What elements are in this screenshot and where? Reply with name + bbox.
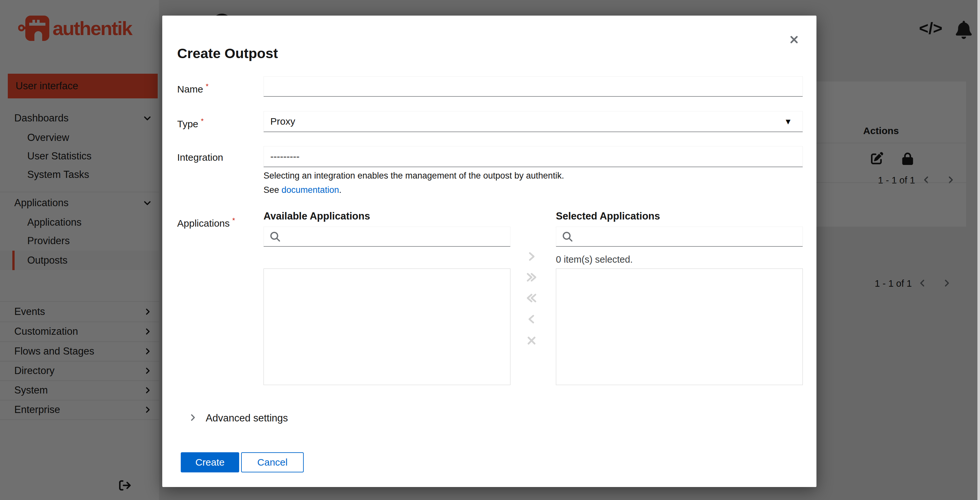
type-field-label: Type* — [177, 117, 204, 129]
caret-down-icon: ▼ — [784, 117, 792, 126]
add-all-icon[interactable] — [524, 272, 539, 282]
type-select[interactable]: Proxy ▼ — [264, 111, 803, 132]
create-button[interactable]: Create — [181, 452, 239, 472]
type-select-value: Proxy — [270, 116, 295, 127]
applications-field-label: Applications* — [177, 216, 235, 229]
documentation-link[interactable]: documentation — [282, 185, 339, 195]
available-applications-listbox[interactable] — [264, 269, 511, 385]
selected-search-input[interactable] — [556, 227, 803, 247]
search-icon — [563, 232, 573, 242]
integration-select-value: --------- — [270, 151, 299, 162]
advanced-settings-toggle[interactable]: Advanced settings — [206, 412, 288, 424]
name-input[interactable] — [264, 76, 803, 97]
search-icon — [270, 232, 280, 242]
integration-help-line2: See documentation. — [264, 185, 341, 195]
add-selected-icon[interactable] — [527, 251, 537, 262]
name-field-label: Name* — [177, 82, 208, 95]
page-scrollbar[interactable] — [977, 0, 980, 500]
integration-field-label: Integration — [177, 152, 223, 163]
cancel-button[interactable]: Cancel — [241, 452, 304, 472]
remove-selected-icon[interactable] — [527, 314, 537, 324]
selected-applications-listbox[interactable] — [556, 269, 803, 385]
remove-all-icon[interactable] — [524, 293, 539, 303]
available-applications-title: Available Applications — [264, 210, 370, 222]
close-icon[interactable] — [786, 32, 802, 48]
required-marker: * — [201, 117, 204, 125]
available-search-input[interactable] — [264, 227, 511, 247]
clear-selection-icon[interactable] — [527, 335, 537, 346]
required-marker: * — [206, 82, 208, 90]
create-outpost-modal: Create Outpost Name* Type* Proxy ▼ Integ… — [162, 16, 816, 487]
integration-help-text: Selecting an integration enables the man… — [264, 171, 564, 181]
advanced-settings-chevron-icon[interactable] — [188, 413, 197, 422]
integration-select[interactable]: --------- — [264, 146, 803, 167]
selected-count-status: 0 item(s) selected. — [556, 254, 633, 265]
modal-title: Create Outpost — [177, 45, 278, 61]
selected-applications-title: Selected Applications — [556, 210, 660, 222]
required-marker: * — [232, 216, 235, 225]
